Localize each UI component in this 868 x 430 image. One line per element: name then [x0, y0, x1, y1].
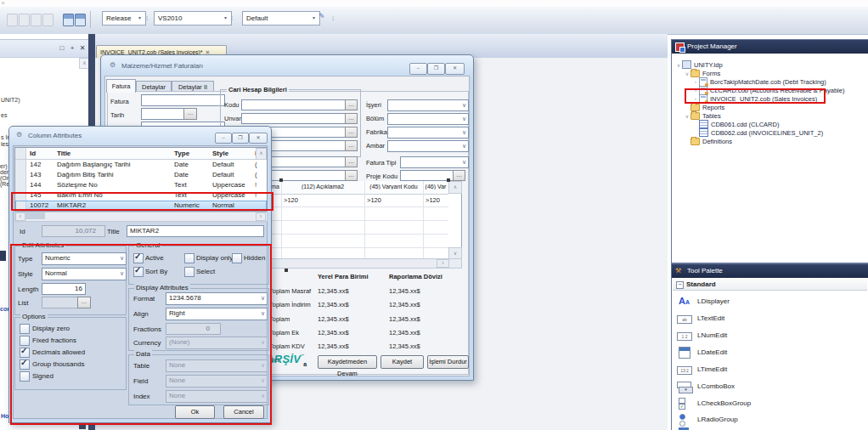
hscroll-thumb[interactable]	[25, 212, 45, 219]
col-title-header[interactable]: Title	[57, 148, 174, 159]
tarih-input[interactable]	[141, 108, 189, 120]
kodu-label: Kodu	[224, 101, 240, 109]
palette-item-lnumedit[interactable]: 1 2 LNumEdit	[672, 329, 868, 344]
col-id-header[interactable]: Id	[26, 148, 57, 159]
build-config-combobox[interactable]: Release ▾	[102, 11, 146, 25]
tarih-label: Tarih	[110, 111, 124, 119]
grid-handle	[447, 178, 450, 182]
tree-item-cdb061[interactable]: CDB061.cdd (CLCARD)	[672, 120, 779, 128]
tree-fragment: es	[1, 112, 7, 118]
kodu-input[interactable]	[241, 99, 350, 110]
scheme-combobox[interactable]: Default ▾	[242, 11, 320, 25]
total-label: Toplam KDV	[269, 342, 305, 350]
grid-cell[interactable]: >120	[426, 196, 440, 204]
toolbar-grip: ⁞	[146, 14, 147, 22]
islemi-durdur-button[interactable]: İşlemi Durdur	[427, 355, 469, 369]
maximize-icon[interactable]: ❐	[232, 133, 249, 144]
tool-palette-header: ⚒ Tool Palette	[672, 264, 868, 278]
total-report: 12,345.xx$	[389, 301, 420, 308]
isyeri-combobox[interactable]	[387, 99, 469, 111]
table-row[interactable]: 142 Dağıtım Başlangıç Tarihi Date Defaul…	[15, 160, 267, 170]
tree-item-tables[interactable]: ∨Tables	[672, 111, 721, 120]
toolbar-icon-disabled-4[interactable]	[42, 14, 54, 26]
palette-item-ltimeedit[interactable]: 13:2 LTimeEdit	[672, 363, 868, 378]
tree-item-definitions[interactable]: Definitions	[672, 137, 732, 145]
table-icon	[699, 128, 708, 137]
close-icon[interactable]: ✕	[445, 63, 465, 75]
col-style-header[interactable]: Style	[212, 148, 255, 159]
grid-scroll-right-icon[interactable]: ›	[437, 259, 449, 268]
maximize-icon[interactable]: ❐	[427, 63, 445, 75]
kodu-browse-button[interactable]	[345, 99, 358, 110]
tree-item-cdb062[interactable]: CDB062.cdd (INVOICELINES_UNIT_2)	[672, 128, 823, 137]
grid-cell[interactable]: >120	[284, 196, 298, 204]
cascade-windows-icon[interactable]	[63, 14, 74, 26]
fatura-tipi-label: Fatura Tipi	[366, 159, 396, 167]
cari-browse-4[interactable]	[345, 140, 358, 151]
calendar-icon	[677, 347, 692, 359]
tab-fatura[interactable]: Fatura	[106, 79, 136, 93]
cari-browse-3[interactable]	[345, 127, 358, 138]
tree-item-borctakip[interactable]: ›BorcTakipMatchDate.cob (Debt Tracking)	[672, 77, 826, 86]
hidden-field-browse-2[interactable]	[345, 170, 358, 181]
toolbar-icon-disabled-3[interactable]	[31, 14, 42, 26]
platform-combobox[interactable]: VS2010 ▾	[154, 11, 232, 25]
tree-item-forms[interactable]: ∨Forms	[672, 69, 720, 77]
total-report: 12,345.xx$	[389, 329, 420, 337]
table-row[interactable]: 144 Sözleşme No Text Uppercase !	[15, 180, 267, 190]
unvani-input[interactable]	[241, 113, 350, 124]
palette-item-lcheckboxgroup[interactable]: ✓ LCheckBoxGroup	[672, 397, 868, 412]
close-icon[interactable]: ✕	[78, 43, 87, 53]
standard-section-header[interactable]: − Standard	[673, 279, 867, 291]
grid-scroll-up-icon[interactable]: ∧	[448, 181, 462, 194]
tile-windows-icon[interactable]	[75, 14, 86, 26]
table-row[interactable]: 143 Dağıtım Bitiş Tarihi Date Default (	[15, 170, 267, 180]
minimize-icon[interactable]: ‒	[409, 63, 427, 75]
chevron-down-icon[interactable]: ▾	[309, 12, 318, 25]
unvani-browse-button[interactable]	[345, 113, 358, 124]
fabrika-combobox[interactable]	[387, 127, 469, 139]
chevron-down-icon[interactable]: ▾	[135, 12, 144, 25]
fatura-tipi-combobox[interactable]	[400, 156, 469, 168]
close-icon[interactable]: ✕	[249, 133, 268, 144]
toolbar-icon-disabled-1[interactable]	[7, 14, 18, 26]
proje-kodu-label: Proje Kodu	[366, 173, 397, 180]
palette-item-lradiogroup[interactable]: LRadioGroup	[672, 413, 868, 428]
table-scroll-up-icon[interactable]: ∧	[256, 148, 267, 160]
pin-icon[interactable]: +	[68, 43, 76, 53]
edit-scheme-icon[interactable]: ✎	[318, 12, 325, 20]
window-position-icon[interactable]: □	[58, 43, 66, 53]
palette-item-lcombobox[interactable]: ▾ LComboBox	[672, 380, 868, 395]
grid-cell[interactable]: >120	[367, 196, 381, 204]
tree-item-reports[interactable]: Reports	[672, 103, 724, 111]
gear-icon: ⚙	[16, 131, 22, 139]
tree-item-unity[interactable]: ∨UNITY.ldp	[672, 60, 723, 69]
chevron-down-icon[interactable]: ▾	[221, 12, 230, 25]
scroll-right-icon[interactable]: ›	[256, 212, 266, 221]
col-type-header[interactable]: Type	[174, 148, 212, 159]
ambar-combobox[interactable]	[387, 140, 469, 152]
tree-fragment: er)	[0, 163, 8, 169]
palette-item-ldisplayer[interactable]: AA LDisplayer	[672, 295, 868, 310]
tarih-browse-button[interactable]	[183, 108, 197, 120]
minimize-icon[interactable]: ‒	[215, 133, 232, 144]
platform-value: VS2010	[158, 14, 182, 22]
earsiv-logo: ARŞİV˝a	[266, 353, 307, 367]
toolbar-icon-disabled-2[interactable]	[19, 14, 30, 26]
kaydetmeden-devam-button[interactable]: Kaydetmeden Devam	[318, 355, 377, 369]
bolum-combobox[interactable]	[387, 113, 469, 125]
fatura-input[interactable]	[141, 94, 225, 106]
project-manager-panel: Project Manager ∨UNITY.ldp ∨Forms ›BorcT…	[671, 39, 868, 263]
palette-item-ldateedit[interactable]: LDateEdit	[672, 346, 868, 361]
palette-item-ltextedit[interactable]: ab LTextEdit	[672, 312, 868, 327]
total-local: 12,345.xx$	[318, 315, 349, 323]
collapse-icon[interactable]: −	[676, 281, 684, 289]
proje-kodu-browse-button[interactable]	[453, 170, 465, 181]
row-selector-header	[15, 148, 26, 159]
hidden-field-browse-1[interactable]	[345, 156, 358, 167]
folder-icon	[690, 70, 700, 77]
tool-palette-panel: ⚒ Tool Palette − Standard AA LDisplayer …	[671, 263, 868, 430]
table-hscrollbar[interactable]	[14, 212, 268, 222]
title-input[interactable]: MIKTAR2	[127, 225, 264, 237]
kaydet-button[interactable]: Kaydet	[380, 355, 424, 369]
